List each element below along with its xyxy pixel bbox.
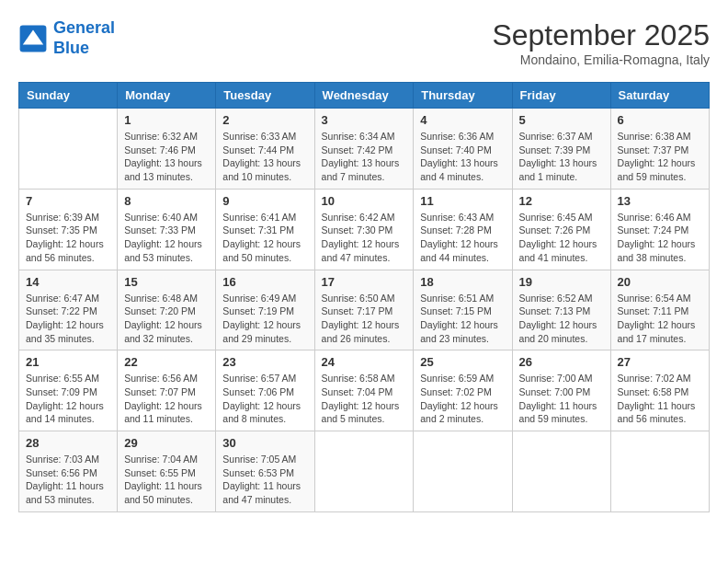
cell-content: Sunrise: 7:04 AM Sunset: 6:55 PM Dayligh… xyxy=(124,453,209,507)
calendar-cell: 25Sunrise: 6:59 AM Sunset: 7:02 PM Dayli… xyxy=(414,350,512,431)
calendar-header-row: SundayMondayTuesdayWednesdayThursdayFrid… xyxy=(19,83,710,109)
day-number: 19 xyxy=(519,275,604,289)
calendar-cell xyxy=(414,431,512,512)
calendar-cell: 2Sunrise: 6:33 AM Sunset: 7:44 PM Daylig… xyxy=(216,109,314,190)
cell-content: Sunrise: 6:47 AM Sunset: 7:22 PM Dayligh… xyxy=(26,292,110,346)
calendar-cell: 13Sunrise: 6:46 AM Sunset: 7:24 PM Dayli… xyxy=(610,189,709,270)
calendar-cell: 20Sunrise: 6:54 AM Sunset: 7:11 PM Dayli… xyxy=(610,270,709,350)
logo-text: General Blue xyxy=(53,18,115,58)
day-number: 25 xyxy=(420,355,505,369)
calendar-cell: 30Sunrise: 7:05 AM Sunset: 6:53 PM Dayli… xyxy=(216,431,314,512)
calendar-cell: 8Sunrise: 6:40 AM Sunset: 7:33 PM Daylig… xyxy=(118,189,216,270)
calendar-cell xyxy=(19,109,118,190)
calendar-cell: 1Sunrise: 6:32 AM Sunset: 7:46 PM Daylig… xyxy=(118,109,216,190)
cell-content: Sunrise: 6:37 AM Sunset: 7:39 PM Dayligh… xyxy=(519,130,604,184)
calendar-cell: 10Sunrise: 6:42 AM Sunset: 7:30 PM Dayli… xyxy=(314,189,414,270)
calendar-cell: 19Sunrise: 6:52 AM Sunset: 7:13 PM Dayli… xyxy=(512,270,610,350)
calendar-cell xyxy=(610,431,709,512)
calendar-cell: 28Sunrise: 7:03 AM Sunset: 6:56 PM Dayli… xyxy=(19,431,118,512)
day-number: 30 xyxy=(222,436,307,450)
day-number: 15 xyxy=(124,275,209,289)
calendar-cell: 26Sunrise: 7:00 AM Sunset: 7:00 PM Dayli… xyxy=(512,350,610,431)
calendar-cell: 4Sunrise: 6:36 AM Sunset: 7:40 PM Daylig… xyxy=(414,109,512,190)
day-number: 3 xyxy=(322,113,407,127)
logo-line2: Blue xyxy=(53,39,115,59)
calendar-table: SundayMondayTuesdayWednesdayThursdayFrid… xyxy=(18,82,710,512)
day-number: 17 xyxy=(322,275,407,289)
calendar-cell: 11Sunrise: 6:43 AM Sunset: 7:28 PM Dayli… xyxy=(414,189,512,270)
cell-content: Sunrise: 7:03 AM Sunset: 6:56 PM Dayligh… xyxy=(26,453,110,507)
day-number: 4 xyxy=(420,113,505,127)
day-number: 13 xyxy=(618,194,702,208)
day-of-week-header: Tuesday xyxy=(216,83,314,109)
cell-content: Sunrise: 6:38 AM Sunset: 7:37 PM Dayligh… xyxy=(618,130,702,184)
cell-content: Sunrise: 6:48 AM Sunset: 7:20 PM Dayligh… xyxy=(124,292,209,346)
calendar-cell: 14Sunrise: 6:47 AM Sunset: 7:22 PM Dayli… xyxy=(19,270,118,350)
cell-content: Sunrise: 6:33 AM Sunset: 7:44 PM Dayligh… xyxy=(222,130,307,184)
calendar-cell: 9Sunrise: 6:41 AM Sunset: 7:31 PM Daylig… xyxy=(216,189,314,270)
calendar-week-row: 28Sunrise: 7:03 AM Sunset: 6:56 PM Dayli… xyxy=(19,431,710,512)
day-number: 11 xyxy=(420,194,505,208)
cell-content: Sunrise: 6:58 AM Sunset: 7:04 PM Dayligh… xyxy=(322,372,407,426)
day-number: 14 xyxy=(26,275,110,289)
calendar-week-row: 21Sunrise: 6:55 AM Sunset: 7:09 PM Dayli… xyxy=(19,350,710,431)
cell-content: Sunrise: 6:59 AM Sunset: 7:02 PM Dayligh… xyxy=(420,372,505,426)
calendar-cell: 22Sunrise: 6:56 AM Sunset: 7:07 PM Dayli… xyxy=(118,350,216,431)
calendar-week-row: 14Sunrise: 6:47 AM Sunset: 7:22 PM Dayli… xyxy=(19,270,710,350)
day-of-week-header: Thursday xyxy=(414,83,512,109)
cell-content: Sunrise: 6:39 AM Sunset: 7:35 PM Dayligh… xyxy=(26,211,110,265)
day-of-week-header: Monday xyxy=(118,83,216,109)
calendar-week-row: 7Sunrise: 6:39 AM Sunset: 7:35 PM Daylig… xyxy=(19,189,710,270)
day-number: 6 xyxy=(618,113,702,127)
cell-content: Sunrise: 6:51 AM Sunset: 7:15 PM Dayligh… xyxy=(420,292,505,346)
logo-line1: General xyxy=(53,18,115,37)
day-number: 1 xyxy=(124,113,209,127)
calendar-cell: 17Sunrise: 6:50 AM Sunset: 7:17 PM Dayli… xyxy=(314,270,414,350)
day-number: 8 xyxy=(124,194,209,208)
day-number: 12 xyxy=(519,194,604,208)
calendar-cell: 29Sunrise: 7:04 AM Sunset: 6:55 PM Dayli… xyxy=(118,431,216,512)
day-number: 28 xyxy=(26,436,110,450)
day-number: 7 xyxy=(26,194,110,208)
cell-content: Sunrise: 6:43 AM Sunset: 7:28 PM Dayligh… xyxy=(420,211,505,265)
day-number: 5 xyxy=(519,113,604,127)
day-number: 26 xyxy=(519,355,604,369)
day-number: 22 xyxy=(124,355,209,369)
calendar-cell: 27Sunrise: 7:02 AM Sunset: 6:58 PM Dayli… xyxy=(610,350,709,431)
day-number: 2 xyxy=(222,113,307,127)
calendar-cell: 23Sunrise: 6:57 AM Sunset: 7:06 PM Dayli… xyxy=(216,350,314,431)
logo: General Blue xyxy=(18,18,115,58)
cell-content: Sunrise: 6:55 AM Sunset: 7:09 PM Dayligh… xyxy=(26,372,110,426)
day-of-week-header: Saturday xyxy=(610,83,709,109)
day-number: 16 xyxy=(222,275,307,289)
day-of-week-header: Friday xyxy=(512,83,610,109)
title-block: September 2025 Mondaino, Emilia-Romagna,… xyxy=(492,18,710,67)
cell-content: Sunrise: 6:49 AM Sunset: 7:19 PM Dayligh… xyxy=(222,292,307,346)
calendar-cell: 24Sunrise: 6:58 AM Sunset: 7:04 PM Dayli… xyxy=(314,350,414,431)
cell-content: Sunrise: 6:54 AM Sunset: 7:11 PM Dayligh… xyxy=(618,292,702,346)
calendar-cell xyxy=(512,431,610,512)
calendar-cell: 21Sunrise: 6:55 AM Sunset: 7:09 PM Dayli… xyxy=(19,350,118,431)
day-number: 29 xyxy=(124,436,209,450)
calendar-week-row: 1Sunrise: 6:32 AM Sunset: 7:46 PM Daylig… xyxy=(19,109,710,190)
cell-content: Sunrise: 6:46 AM Sunset: 7:24 PM Dayligh… xyxy=(618,211,702,265)
calendar-cell: 7Sunrise: 6:39 AM Sunset: 7:35 PM Daylig… xyxy=(19,189,118,270)
cell-content: Sunrise: 6:41 AM Sunset: 7:31 PM Dayligh… xyxy=(222,211,307,265)
cell-content: Sunrise: 7:02 AM Sunset: 6:58 PM Dayligh… xyxy=(618,372,702,426)
day-number: 10 xyxy=(322,194,407,208)
day-number: 23 xyxy=(222,355,307,369)
cell-content: Sunrise: 6:42 AM Sunset: 7:30 PM Dayligh… xyxy=(322,211,407,265)
cell-content: Sunrise: 6:45 AM Sunset: 7:26 PM Dayligh… xyxy=(519,211,604,265)
cell-content: Sunrise: 6:52 AM Sunset: 7:13 PM Dayligh… xyxy=(519,292,604,346)
calendar-cell: 5Sunrise: 6:37 AM Sunset: 7:39 PM Daylig… xyxy=(512,109,610,190)
calendar-cell xyxy=(314,431,414,512)
calendar-cell: 18Sunrise: 6:51 AM Sunset: 7:15 PM Dayli… xyxy=(414,270,512,350)
day-number: 9 xyxy=(222,194,307,208)
cell-content: Sunrise: 6:32 AM Sunset: 7:46 PM Dayligh… xyxy=(124,130,209,184)
calendar-cell: 15Sunrise: 6:48 AM Sunset: 7:20 PM Dayli… xyxy=(118,270,216,350)
calendar-cell: 6Sunrise: 6:38 AM Sunset: 7:37 PM Daylig… xyxy=(610,109,709,190)
day-number: 27 xyxy=(618,355,702,369)
month-title: September 2025 xyxy=(492,18,710,52)
day-number: 20 xyxy=(618,275,702,289)
cell-content: Sunrise: 6:56 AM Sunset: 7:07 PM Dayligh… xyxy=(124,372,209,426)
